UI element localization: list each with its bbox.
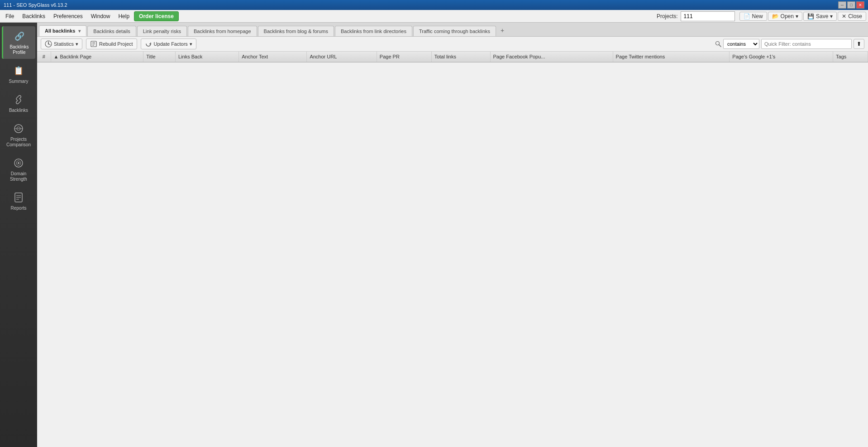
title-bar-controls: ─ □ ✕ [838,1,864,9]
close-project-button[interactable]: ✕ Close [838,12,866,21]
title-bar: 111 - SEO SpyGlass v6.13.2 ─ □ ✕ [0,0,868,10]
summary-icon: 📋 [12,64,25,77]
projects-comparison-icon [12,122,25,135]
menu-help[interactable]: Help [114,12,133,21]
menu-preferences[interactable]: Preferences [50,12,86,21]
close-window-button[interactable]: ✕ [856,1,864,9]
menu-bar: File Backlinks Preferences Window Help O… [0,10,868,23]
new-icon: 📄 [744,13,750,19]
open-button[interactable]: 📂 Open ▾ [768,12,802,21]
tab-backlinks-from-blog[interactable]: Backlinks from blog & forums [258,26,334,36]
rebuild-project-button[interactable]: Rebuild Project [86,38,137,49]
export-icon: ⬆ [857,41,861,47]
sidebar-item-projects-comparison[interactable]: Projects Comparison [2,119,35,151]
order-license-button[interactable]: Order license [134,11,179,21]
restore-button[interactable]: □ [847,1,855,9]
col-header-page-facebook[interactable]: Page Facebook Popu... [490,52,613,62]
update-factors-icon [145,40,152,48]
svg-point-11 [48,43,49,44]
menu-backlinks[interactable]: Backlinks [19,12,49,21]
tab-backlinks-from-link-directories[interactable]: Backlinks from link directories [335,26,412,36]
col-header-title[interactable]: Title [143,52,176,62]
col-header-links-back[interactable]: Links Back [175,52,238,62]
table-header-row: # ▲ Backlink Page Title Links Back [37,52,868,62]
add-tab-button[interactable]: + [497,24,508,36]
tab-all-backlinks[interactable]: All backlinks ▾ [39,25,86,36]
projects-label: Projects: [657,13,678,19]
save-icon: 💾 [807,13,814,19]
filter-area: contains starts with ends with equals ⬆ [715,39,864,49]
col-header-anchor-url[interactable]: Anchor URL [307,52,377,62]
tab-backlinks-details[interactable]: Backlinks details [87,26,136,36]
sidebar-item-reports-label: Reports [10,206,26,211]
sidebar-item-projects-comparison-label: Projects Comparison [4,137,33,148]
col-header-num[interactable]: # [37,52,51,62]
col-header-backlink-page[interactable]: ▲ Backlink Page [51,52,143,62]
sub-toolbar: Statistics ▾ Rebuild Project [37,37,868,52]
export-button[interactable]: ⬆ [854,39,864,49]
domain-strength-icon [12,157,25,169]
sidebar-item-summary[interactable]: 📋 Summary [2,61,35,88]
window-title: 111 - SEO SpyGlass v6.13.2 [4,2,67,8]
sidebar-item-domain-strength[interactable]: Domain Strength [2,153,35,186]
projects-dropdown[interactable] [681,11,735,21]
filter-type-select[interactable]: contains starts with ends with equals [723,39,759,49]
content-area: All backlinks ▾ Backlinks details Link p… [37,23,868,447]
tabs-bar: All backlinks ▾ Backlinks details Link p… [37,23,868,37]
update-factors-button[interactable]: Update Factors ▾ [141,38,196,49]
new-button[interactable]: 📄 New [739,12,767,21]
menu-window[interactable]: Window [87,12,114,21]
projects-area: Projects: [657,11,735,21]
menu-file[interactable]: File [2,12,18,21]
rebuild-project-icon [90,40,97,48]
tab-backlinks-from-homepage[interactable]: Backlinks from homepage [188,26,257,36]
minimize-button[interactable]: ─ [838,1,846,9]
sidebar: 🔗 Backlinks Profile 📋 Summary Backlinks [0,23,37,447]
col-header-page-pr[interactable]: Page PR [377,52,431,62]
quick-filter-input[interactable] [761,39,852,49]
col-header-page-twitter[interactable]: Page Twitter mentions [613,52,730,62]
close-icon: ✕ [842,13,846,19]
sidebar-item-backlinks-label: Backlinks [9,108,28,113]
sort-asc-icon: ▲ [54,54,59,59]
sidebar-item-domain-strength-label: Domain Strength [4,171,33,182]
sidebar-item-backlinks-profile-label: Backlinks Profile [5,44,33,55]
sidebar-item-backlinks[interactable]: Backlinks [2,90,35,117]
svg-line-17 [719,45,721,47]
filter-search-icon [715,41,721,47]
reports-icon [12,191,25,204]
col-header-tags[interactable]: Tags [833,52,868,62]
backlinks-table: # ▲ Backlink Page Title Links Back [37,52,868,62]
svg-point-5 [18,162,19,164]
save-button[interactable]: 💾 Save ▾ [803,12,837,21]
statistics-button[interactable]: Statistics ▾ [41,38,82,49]
col-header-anchor-text[interactable]: Anchor Text [239,52,307,62]
open-icon: 📂 [772,13,779,19]
backlinks-profile-icon: 🔗 [13,30,26,43]
table-container: # ▲ Backlink Page Title Links Back [37,52,868,447]
sidebar-item-summary-label: Summary [9,79,29,84]
tab-traffic-coming-through-backlinks[interactable]: Traffic coming through backlinks [413,26,496,36]
sidebar-item-backlinks-profile[interactable]: 🔗 Backlinks Profile [2,26,35,59]
main-layout: 🔗 Backlinks Profile 📋 Summary Backlinks [0,23,868,447]
statistics-icon [45,40,52,48]
col-header-pages-google[interactable]: Page's Google +1's [730,52,833,62]
col-header-total-links[interactable]: Total links [431,52,490,62]
tab-link-penalty-risks[interactable]: Link penalty risks [137,26,187,36]
backlinks-icon [12,93,25,106]
sidebar-item-reports[interactable]: Reports [2,187,35,215]
